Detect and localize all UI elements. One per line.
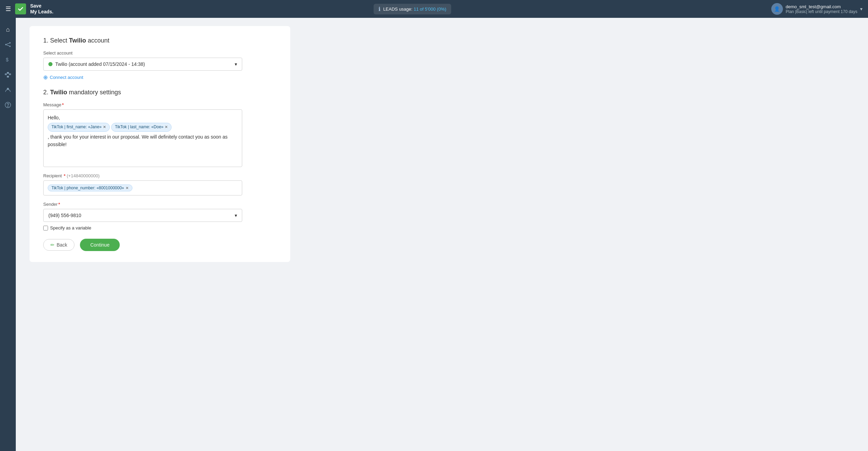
token-chip-phone[interactable]: TikTok | phone_number: «8001000000» ✕ xyxy=(48,185,132,191)
message-hello: Hello, xyxy=(48,114,238,121)
svg-point-3 xyxy=(9,46,11,47)
plus-circle-icon: ⊕ xyxy=(43,74,48,81)
sidebar-item-billing[interactable]: $ xyxy=(2,54,14,66)
connect-account-link[interactable]: ⊕ Connect account xyxy=(43,74,83,81)
back-button[interactable]: ✏ Back xyxy=(43,239,74,251)
svg-point-1 xyxy=(5,44,7,45)
recipient-placeholder: (+14840000000) xyxy=(67,173,100,178)
message-required: * xyxy=(62,102,64,107)
token-firstname-label: TikTok | first_name: «Jane» xyxy=(51,124,102,130)
sender-label: Sender* xyxy=(43,202,277,207)
specify-variable-label[interactable]: Specify as a variable xyxy=(50,225,91,230)
main-card: 1. Select Twilio account Select account … xyxy=(30,26,290,262)
sidebar-item-profile[interactable] xyxy=(2,84,14,96)
main-layout: ⌂ $ xyxy=(0,18,868,451)
leads-count: 11 of 5'000 (0%) xyxy=(414,7,446,12)
user-info: demo_sml_test@gmail.com Plan |Basic| lef… xyxy=(786,4,857,14)
token-phone-label: TikTok | phone_number: «8001000000» xyxy=(51,186,124,190)
leads-usage-text: LEADS usage: 11 of 5'000 (0%) xyxy=(383,7,446,12)
logo-mark xyxy=(15,3,26,14)
select-chevron-icon: ▾ xyxy=(235,61,237,67)
back-label: Back xyxy=(57,242,67,248)
sidebar-item-integrations[interactable] xyxy=(2,69,14,81)
svg-line-5 xyxy=(7,45,9,46)
svg-line-4 xyxy=(7,43,9,44)
sender-chevron-icon: ▾ xyxy=(235,213,237,218)
token-chip-firstname[interactable]: TikTok | first_name: «Jane» ✕ xyxy=(48,123,110,131)
token-firstname-close[interactable]: ✕ xyxy=(103,124,106,130)
token-chip-lastname[interactable]: TikTok | last_name: «Doe» ✕ xyxy=(111,123,172,131)
token-phone-close[interactable]: ✕ xyxy=(126,186,129,190)
sender-select[interactable]: (949) 556-9810 ▾ xyxy=(43,209,242,222)
connect-label: Connect account xyxy=(50,75,83,80)
message-box[interactable]: Hello, TikTok | first_name: «Jane» ✕ Tik… xyxy=(43,109,242,167)
section2-brand: Twilio xyxy=(50,89,67,96)
svg-point-2 xyxy=(9,42,11,44)
info-icon: ℹ xyxy=(378,6,380,12)
sidebar-item-home[interactable]: ⌂ xyxy=(2,23,14,36)
pencil-icon: ✏ xyxy=(50,242,55,248)
recipient-box[interactable]: TikTok | phone_number: «8001000000» ✕ xyxy=(43,180,242,195)
user-plan: Plan |Basic| left until payment 170 days xyxy=(786,9,857,14)
section2-title: 2. Twilio mandatory settings xyxy=(43,89,277,96)
sidebar: ⌂ $ xyxy=(0,18,16,451)
specify-variable-checkbox[interactable] xyxy=(43,226,48,230)
continue-label: Continue xyxy=(90,242,109,248)
svg-text:$: $ xyxy=(6,57,9,62)
token-lastname-label: TikTok | last_name: «Doe» xyxy=(115,124,163,130)
account-select[interactable]: Twilio (account added 07/15/2024 - 14:38… xyxy=(43,58,242,71)
account-value: Twilio (account added 07/15/2024 - 14:38… xyxy=(55,61,145,67)
sidebar-item-help[interactable] xyxy=(2,99,14,111)
svg-rect-8 xyxy=(9,73,11,75)
action-row: ✏ Back Continue xyxy=(43,239,277,251)
user-email: demo_sml_test@gmail.com xyxy=(786,4,857,9)
continue-button[interactable]: Continue xyxy=(80,239,120,251)
green-dot-icon xyxy=(48,62,52,66)
content-area: 1. Select Twilio account Select account … xyxy=(16,18,868,451)
message-label: Message* xyxy=(43,102,277,107)
svg-rect-9 xyxy=(7,72,9,74)
leads-usage-section: ℹ LEADS usage: 11 of 5'000 (0%) xyxy=(374,4,451,14)
specify-variable-row: Specify as a variable xyxy=(43,225,277,230)
svg-rect-7 xyxy=(5,73,7,75)
recipient-required: * xyxy=(64,173,66,178)
topbar: ☰ Save My Leads. ℹ LEADS usage: 11 of 5'… xyxy=(0,0,868,18)
sender-required: * xyxy=(58,202,60,207)
user-avatar: 👤 xyxy=(771,3,783,15)
token-lastname-close[interactable]: ✕ xyxy=(165,124,168,130)
topbar-right: 👤 demo_sml_test@gmail.com Plan |Basic| l… xyxy=(771,3,863,15)
topbar-left: ☰ Save My Leads. xyxy=(5,3,54,15)
svg-rect-10 xyxy=(7,76,9,78)
message-suffix: , thank you for your interest in our pro… xyxy=(48,133,238,149)
svg-point-13 xyxy=(8,106,8,107)
section1-title: 1. Select Twilio account xyxy=(43,37,277,44)
select-account-label: Select account xyxy=(43,50,277,56)
message-inline: TikTok | first_name: «Jane» ✕ TikTok | l… xyxy=(48,123,238,148)
sidebar-item-connections[interactable] xyxy=(2,38,14,51)
recipient-label: Recipient * (+14840000000) xyxy=(43,173,277,178)
section1-brand: Twilio xyxy=(69,37,86,44)
sender-value: (949) 556-9810 xyxy=(48,213,81,218)
chevron-down-icon[interactable]: ▾ xyxy=(860,6,863,12)
hamburger-icon[interactable]: ☰ xyxy=(5,5,11,13)
logo-text: Save My Leads. xyxy=(30,3,54,15)
